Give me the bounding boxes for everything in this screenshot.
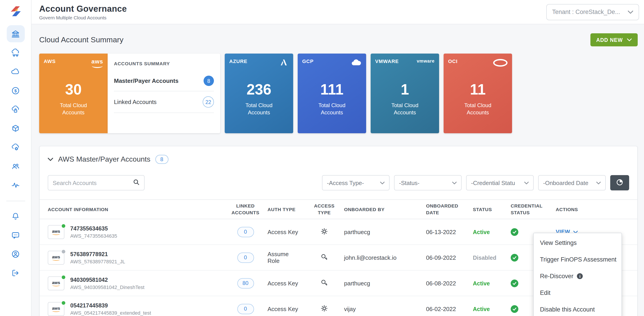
card-vmware-label: VMWARE bbox=[375, 58, 399, 64]
sidebar-item-notifications[interactable] bbox=[6, 208, 24, 225]
card-azure[interactable]: AZURE 236 Total Cloud Accounts bbox=[225, 53, 293, 133]
menu-item-disable-account[interactable]: Disable this Account bbox=[534, 301, 622, 316]
account-id[interactable]: 576389778921 bbox=[70, 251, 125, 258]
credential-ok-icon bbox=[511, 254, 518, 262]
sidebar-item-resources[interactable] bbox=[6, 120, 24, 137]
gear-icon bbox=[320, 227, 328, 237]
account-id[interactable]: 747355634635 bbox=[70, 226, 117, 232]
credential-status-filter-label: -Credential Statu bbox=[471, 179, 515, 186]
sidebar-item-activity[interactable] bbox=[6, 176, 24, 194]
search-box bbox=[48, 175, 144, 190]
auth-type-cell: Access Key bbox=[268, 306, 309, 313]
access-type-filter-label: -Access Type- bbox=[327, 179, 364, 186]
provider-cards: AWS aws 30 Total Cloud Accounts ACCOUNTS… bbox=[39, 53, 638, 133]
card-vmware-caption: Total Cloud Accounts bbox=[375, 102, 434, 116]
view-actions-menu: View Settings Trigger FinOPS Assessment … bbox=[533, 233, 622, 316]
chevron-down-icon[interactable] bbox=[48, 158, 53, 161]
onboarded-date-cell: 06-02-2022 bbox=[426, 306, 473, 313]
menu-item-edit[interactable]: Edit bbox=[534, 285, 622, 301]
key-search-icon bbox=[320, 253, 328, 263]
card-aws[interactable]: AWS aws 30 Total Cloud Accounts bbox=[39, 53, 108, 133]
onboarded-date-filter[interactable]: -Onboarded Date bbox=[538, 175, 606, 190]
sidebar-item-access[interactable] bbox=[6, 158, 24, 175]
card-oci[interactable]: OCI 11 Total Cloud Accounts bbox=[444, 53, 512, 133]
account-id[interactable]: 940309581042 bbox=[70, 277, 144, 283]
azure-logo-icon bbox=[279, 58, 289, 67]
linked-count-badge[interactable]: 0 bbox=[237, 304, 254, 314]
master-payer-count-badge: 8 bbox=[204, 76, 214, 86]
account-name: AWS_940309581042_DineshTest bbox=[70, 285, 144, 290]
sidebar-divider bbox=[6, 201, 25, 201]
chevron-down-icon bbox=[452, 181, 457, 184]
linked-count-badge[interactable]: 0 bbox=[237, 253, 254, 263]
chevron-down-icon bbox=[627, 38, 632, 41]
cloud-lock-icon bbox=[11, 105, 20, 114]
status-dot-green bbox=[61, 301, 66, 305]
card-vmware-count: 1 bbox=[375, 82, 434, 97]
card-gcp-count: 111 bbox=[302, 82, 362, 97]
card-azure-count: 236 bbox=[229, 82, 289, 97]
card-vmware[interactable]: VMWARE vmware 1 Total Cloud Accounts bbox=[371, 53, 439, 133]
status-dot-gray bbox=[61, 249, 66, 254]
chevron-down-icon bbox=[524, 181, 529, 184]
status-badge: Active bbox=[473, 306, 490, 313]
sidebar-item-cloud[interactable] bbox=[6, 63, 24, 80]
sidebar-item-profile[interactable] bbox=[6, 245, 24, 263]
menu-item-rediscover[interactable]: Re-Discover bbox=[534, 268, 622, 285]
sidebar-item-cost[interactable]: $ bbox=[6, 82, 24, 99]
onboarded-date-filter-label: -Onboarded Date bbox=[543, 179, 588, 186]
status-badge: Disabled bbox=[473, 255, 496, 261]
aws-account-icon: aws bbox=[48, 251, 64, 265]
credential-status-filter[interactable]: -Credential Statu bbox=[466, 175, 534, 190]
panel-action-button[interactable] bbox=[610, 175, 629, 190]
add-new-button[interactable]: ADD NEW bbox=[590, 33, 638, 46]
chat-icon bbox=[11, 230, 20, 240]
sidebar-item-cloud-transit[interactable] bbox=[6, 44, 24, 61]
status-filter[interactable]: -Status- bbox=[394, 175, 462, 190]
panel-title: AWS Master/Payer Accounts bbox=[58, 155, 150, 163]
cloud-icon bbox=[11, 67, 20, 76]
col-status: STATUS bbox=[473, 206, 511, 213]
sidebar-item-security[interactable] bbox=[6, 101, 24, 118]
linked-count-badge[interactable]: 0 bbox=[237, 227, 254, 237]
signout-icon bbox=[11, 268, 20, 278]
search-icon[interactable] bbox=[133, 178, 140, 187]
menu-item-label: Re-Discover bbox=[540, 273, 574, 280]
account-id[interactable]: 054217445839 bbox=[70, 303, 151, 309]
chevron-down-icon bbox=[596, 181, 601, 184]
menu-item-label: Disable this Account bbox=[540, 306, 595, 313]
status-dot-green bbox=[61, 275, 66, 280]
search-input[interactable] bbox=[53, 179, 133, 186]
sidebar-item-governance[interactable] bbox=[6, 25, 24, 42]
onboarded-by-cell: vijay bbox=[344, 306, 426, 313]
access-type-filter[interactable]: -Access Type- bbox=[322, 175, 390, 190]
panel-title-row[interactable]: AWS Master/Payer Accounts 8 bbox=[48, 153, 629, 165]
access-type-cell bbox=[309, 279, 344, 288]
card-aws-label: AWS bbox=[44, 58, 56, 64]
status-dot-green bbox=[61, 224, 66, 228]
linked-accounts-row[interactable]: Linked Accounts 22 bbox=[114, 91, 214, 113]
corestack-logo[interactable] bbox=[9, 5, 22, 17]
filter-row: -Access Type- -Status- -Credential Statu… bbox=[48, 175, 629, 190]
sidebar-item-operations[interactable] bbox=[6, 139, 24, 156]
sidebar-item-chat[interactable] bbox=[6, 226, 24, 244]
aws-account-icon: aws bbox=[48, 302, 64, 316]
sidebar-item-signout[interactable] bbox=[6, 264, 24, 281]
credential-ok-icon bbox=[511, 280, 518, 287]
oracle-oval-logo-icon bbox=[493, 59, 508, 67]
card-aws-caption: Total Cloud Accounts bbox=[44, 102, 103, 116]
svg-text:$: $ bbox=[14, 88, 17, 93]
tenant-selector[interactable]: Tenant : CoreStack_De... bbox=[546, 4, 639, 20]
menu-item-view-settings[interactable]: View Settings bbox=[534, 235, 622, 251]
linked-count-badge[interactable]: 80 bbox=[237, 278, 254, 289]
panel-count-badge: 8 bbox=[155, 155, 168, 164]
menu-item-trigger-finops[interactable]: Trigger FinOPS Assessment bbox=[534, 251, 622, 268]
credential-ok-icon bbox=[511, 305, 518, 313]
card-gcp-label: GCP bbox=[302, 58, 314, 64]
pulse-icon bbox=[11, 180, 20, 190]
card-gcp[interactable]: GCP 111 Total Cloud Accounts bbox=[298, 53, 366, 133]
onboarded-date-cell: 06-08-2022 bbox=[426, 280, 473, 287]
card-oci-label: OCI bbox=[448, 58, 458, 64]
cloud-car-icon bbox=[11, 48, 20, 57]
master-payer-row[interactable]: Master/Payer Accounts 8 bbox=[114, 71, 214, 91]
